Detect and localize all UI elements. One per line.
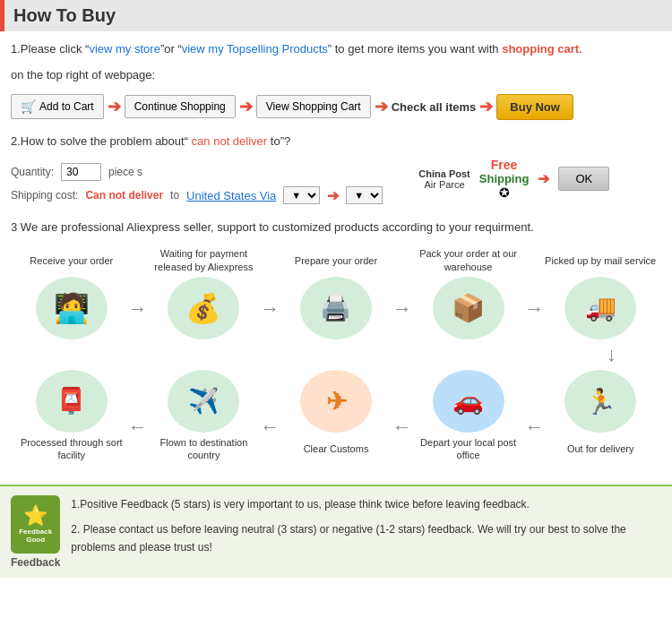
feedback-point1: 1.Positive Feedback (5 stars) is very im…: [71, 495, 661, 513]
flow-arrow-down: ↓: [11, 343, 661, 366]
flow-item-10: 📮 Processed through sort facility: [15, 366, 128, 462]
shipping-select2[interactable]: ▼: [346, 186, 383, 204]
flow-arrow-7: ←: [260, 416, 280, 439]
arrow4: ➔: [479, 97, 493, 116]
ok-button[interactable]: OK: [558, 167, 609, 191]
section3-text: 3 We are professional Aliexpress seller,…: [11, 220, 661, 234]
feedback-point2: 2. Please contact us before leaving neut…: [71, 520, 661, 557]
feedback-text: 1.Positive Feedback (5 stars) is very im…: [71, 495, 661, 557]
feedback-label: Feedback: [11, 556, 60, 569]
section2: 2.How to solve the problem about“ can no…: [11, 133, 661, 210]
topselling-link[interactable]: view my Topselling Products: [182, 42, 328, 56]
buy-now-button[interactable]: Buy Now: [496, 94, 573, 120]
flow-row2: 🏃 Out for delivery ← 🚗 Depart your local…: [11, 366, 661, 462]
shopping-cart-link[interactable]: shopping cart: [502, 42, 579, 56]
flow-arrow-3: →: [392, 297, 412, 321]
flow-icon-1: 🧑‍💻: [36, 277, 108, 339]
flow-icon-3: 🖨️: [300, 277, 372, 339]
shipping-left: Quantity: piece s Shipping cost: Can not…: [11, 158, 383, 210]
arrow1: ➔: [108, 97, 121, 116]
continue-shopping-button[interactable]: Continue Shopping: [125, 95, 236, 118]
flow-arrow-4: →: [524, 297, 544, 321]
flow-icon-5: 🚚: [564, 277, 636, 339]
section2-title: 2.How to solve the problem about“ can no…: [11, 133, 661, 151]
flow-item-4: Pack your order at our warehouse 📦: [412, 247, 525, 343]
arrow6: ➔: [538, 170, 549, 187]
arrow5: ➔: [327, 187, 339, 204]
free-shipping-box: Free Shipping ✪: [479, 158, 530, 200]
flow-icon-9: ✈️: [168, 370, 239, 433]
arrow2: ➔: [239, 97, 253, 116]
shipping-select[interactable]: ▼: [283, 186, 320, 204]
quantity-row: Quantity: piece s: [11, 163, 383, 181]
flow-arrow-6: ←: [392, 416, 412, 439]
section2-body: Quantity: piece s Shipping cost: Can not…: [11, 158, 661, 210]
china-post-box: China Post Air Parce: [418, 168, 470, 190]
header-bar: How To Buy: [0, 0, 672, 31]
flow-arrow-2: →: [260, 297, 280, 321]
add-to-cart-button[interactable]: 🛒 Add to Cart: [11, 94, 104, 119]
cart-icon: 🛒: [21, 99, 36, 114]
china-post-section: China Post Air Parce Free Shipping ✪ ➔ O…: [418, 158, 609, 200]
flow-item-5: Picked up by mail service 🚚: [544, 248, 657, 343]
feedback-badge: ⭐ Feedback Good: [11, 495, 60, 554]
flow-icon-6: 🏃: [564, 370, 636, 433]
flow-icon-2: 💰: [168, 277, 239, 339]
flow-arrow-1: →: [128, 297, 148, 321]
flow-icon-7: 🚗: [433, 370, 504, 433]
flow-item-3: Prepare your order 🖨️: [280, 248, 392, 343]
feedback-badge-container: ⭐ Feedback Good Feedback: [11, 495, 60, 569]
flow-item-7: 🚗 Depart your local post office: [412, 366, 525, 462]
flow-row1: Receive your order 🧑‍💻 → Waiting for pay…: [11, 247, 661, 343]
cannot-deliver-highlight: can not deliver: [192, 134, 268, 148]
section1-subtext: on the top right of webpage:: [11, 66, 661, 85]
arrow3: ➔: [375, 97, 388, 116]
section1-text: 1.Please click “view my store”or “view m…: [11, 40, 661, 59]
check-items-label: Check all items: [392, 100, 477, 114]
flow-icon-8: ✈: [300, 370, 372, 433]
flow-arrow-5: ←: [524, 416, 544, 439]
cannot-deliver-text: Can not deliver: [85, 189, 163, 202]
quantity-input[interactable]: [61, 163, 101, 181]
usa-via-text: United States Via: [186, 189, 276, 202]
flow-item-8: ✈ Clear Customs: [280, 366, 392, 461]
flow-item-6: 🏃 Out for delivery: [544, 366, 657, 461]
flow-icon-4: 📦: [433, 277, 504, 339]
flow-arrow-8: ←: [128, 416, 148, 439]
flow-item-9: ✈️ Flown to destination country: [148, 366, 261, 462]
main-content: 1.Please click “view my store”or “view m…: [0, 31, 672, 476]
flow-item-1: Receive your order 🧑‍💻: [15, 248, 128, 343]
view-store-link[interactable]: view my store: [89, 42, 159, 56]
shipping-cost-row: Shipping cost: Can not deliver to United…: [11, 186, 383, 204]
flow-icon-10: 📮: [36, 370, 108, 433]
flow-item-2: Waiting for payment released by Aliexpre…: [148, 247, 261, 343]
process-flow: Receive your order 🧑‍💻 → Waiting for pay…: [11, 243, 661, 466]
feedback-section: ⭐ Feedback Good Feedback 1.Positive Feed…: [0, 485, 672, 578]
view-cart-button[interactable]: View Shopping Cart: [256, 95, 371, 118]
cart-flow: 🛒 Add to Cart ➔ Continue Shopping ➔ View…: [11, 94, 661, 120]
page-title: How To Buy: [13, 5, 116, 26]
